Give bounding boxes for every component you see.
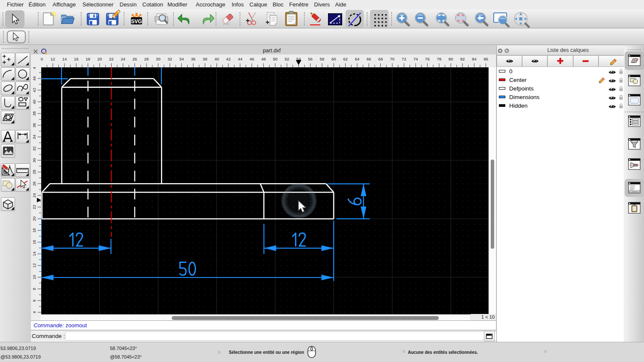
- svg-text:6: 6: [32, 299, 36, 302]
- svg-text:66: 66: [367, 57, 371, 61]
- svg-text:48: 48: [261, 57, 266, 61]
- svg-text:0: 0: [41, 57, 43, 61]
- svg-text:50: 50: [273, 57, 278, 61]
- svg-text:36: 36: [32, 123, 36, 128]
- svg-text:60: 60: [331, 57, 336, 61]
- svg-text:12: 12: [32, 263, 36, 268]
- svg-text:30: 30: [156, 57, 161, 61]
- svg-text:28: 28: [144, 57, 149, 61]
- svg-text:78: 78: [437, 57, 441, 61]
- svg-text:24: 24: [121, 57, 125, 61]
- svg-text:44: 44: [32, 76, 36, 81]
- svg-text:26: 26: [133, 57, 137, 61]
- svg-text:SVG: SVG: [131, 18, 142, 24]
- svg-text:62: 62: [343, 57, 348, 61]
- svg-text:16: 16: [74, 57, 79, 61]
- svg-text:20: 20: [97, 57, 102, 61]
- svg-text:14: 14: [62, 57, 67, 61]
- svg-text:10: 10: [32, 275, 36, 280]
- svg-text:70: 70: [390, 57, 395, 61]
- svg-text:4: 4: [32, 67, 36, 69]
- svg-text:72: 72: [402, 57, 407, 61]
- svg-text:22: 22: [32, 205, 36, 209]
- svg-text:32: 32: [167, 57, 172, 61]
- svg-text:30: 30: [32, 158, 36, 163]
- svg-text:44: 44: [238, 57, 243, 61]
- svg-text:76: 76: [425, 57, 430, 61]
- svg-text:38: 38: [203, 57, 207, 61]
- svg-text:16: 16: [32, 240, 36, 244]
- svg-text:82: 82: [460, 57, 465, 61]
- svg-text:26: 26: [32, 181, 36, 186]
- svg-text:22: 22: [109, 57, 114, 61]
- svg-text:52: 52: [285, 57, 289, 61]
- svg-text:74: 74: [413, 57, 418, 61]
- svg-text:68: 68: [378, 57, 383, 61]
- svg-text:32: 32: [32, 146, 36, 151]
- svg-text:34: 34: [32, 135, 36, 139]
- svg-text:42: 42: [226, 57, 231, 61]
- svg-text:34: 34: [179, 57, 184, 61]
- svg-text:18: 18: [86, 57, 91, 61]
- svg-text:42: 42: [32, 88, 36, 93]
- svg-text:28: 28: [32, 170, 36, 175]
- svg-text:46: 46: [249, 57, 254, 61]
- svg-text:C command: C command: [630, 191, 638, 193]
- svg-text:80: 80: [449, 57, 453, 61]
- svg-text:58: 58: [320, 57, 325, 61]
- svg-text:14: 14: [32, 252, 36, 256]
- svg-text:24: 24: [32, 193, 36, 198]
- svg-text:8: 8: [32, 288, 36, 290]
- svg-text:56: 56: [308, 57, 313, 61]
- svg-text:18: 18: [32, 228, 36, 233]
- svg-text:64: 64: [355, 57, 360, 61]
- svg-text:4: 4: [32, 311, 36, 313]
- svg-text:12: 12: [51, 57, 55, 61]
- svg-text:38: 38: [32, 111, 36, 116]
- svg-text:20: 20: [32, 217, 36, 221]
- svg-text:40: 40: [32, 100, 36, 104]
- svg-text:84: 84: [472, 57, 477, 61]
- svg-text:86: 86: [483, 57, 488, 61]
- svg-text:40: 40: [214, 57, 219, 61]
- svg-text:36: 36: [191, 57, 196, 61]
